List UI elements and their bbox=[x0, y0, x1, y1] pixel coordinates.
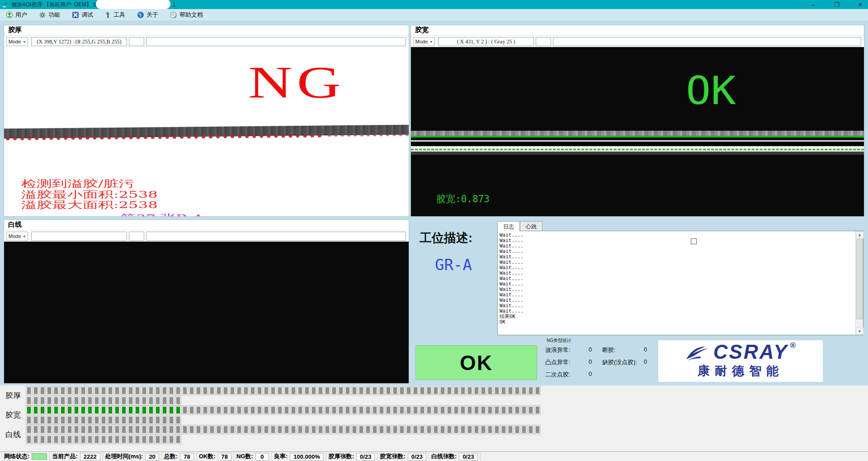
indicator-cell bbox=[481, 406, 486, 414]
overall-result-button[interactable]: OK bbox=[415, 345, 537, 380]
indicator-strip bbox=[26, 386, 542, 395]
indicator-cell bbox=[80, 416, 86, 424]
indicator-cell bbox=[318, 406, 323, 414]
indicator-strip bbox=[26, 435, 542, 444]
status-item-label: 良率: bbox=[274, 452, 288, 461]
glue-thickness-image[interactable]: NG 检测到溢胶/脏污 溢胶最小面积:2538 溢胶最大面积:2538 第37 … bbox=[4, 47, 409, 216]
status-item-label: 白线张数: bbox=[431, 452, 457, 461]
indicator-cell bbox=[101, 425, 106, 434]
indicator-cell bbox=[169, 435, 174, 444]
indicator-cell bbox=[379, 406, 384, 414]
indicator-cell bbox=[162, 435, 167, 444]
indicator-cell bbox=[494, 425, 500, 434]
indicator-cell bbox=[433, 425, 439, 434]
log-lines[interactable]: Wait....Wait....Wait....Wait....Wait....… bbox=[497, 231, 863, 335]
toolbar-box-small[interactable] bbox=[536, 37, 551, 46]
debug-icon bbox=[72, 11, 79, 19]
glue-width-image[interactable]: OK 胶宽:0.873 bbox=[411, 47, 864, 216]
scroll-down-icon[interactable]: ▼ bbox=[856, 328, 863, 335]
indicator-cell bbox=[53, 416, 59, 424]
indicator-cell bbox=[121, 435, 127, 444]
indicator-cell bbox=[426, 406, 432, 414]
toolbar-box-wide[interactable] bbox=[146, 37, 406, 46]
indicator-cell-green bbox=[155, 406, 160, 414]
indicator-cell bbox=[94, 386, 99, 395]
toolbar-box-small[interactable] bbox=[129, 37, 144, 46]
indicator-cell bbox=[487, 386, 493, 395]
mode-dropdown[interactable]: Mode▼ bbox=[6, 37, 28, 46]
indicator-cell bbox=[494, 386, 500, 395]
logo-swoosh-icon bbox=[685, 346, 712, 362]
indicator-group: 白线 bbox=[0, 425, 868, 444]
glue-width-toolbar: Mode▼ ( X 431, Y 2 ) : ( Gray 25 ) bbox=[411, 36, 864, 47]
log-line: Wait.... bbox=[500, 303, 862, 309]
indicator-cell bbox=[60, 435, 66, 444]
panel-title: 胶厚 bbox=[8, 26, 22, 34]
indicator-cell bbox=[162, 416, 167, 424]
status-item-label: 处理时间(ms): bbox=[105, 452, 143, 461]
panel-glue-thickness: 胶厚 Mode▼ (X 398,Y 1272) : (R 255,G 255,B… bbox=[4, 25, 409, 217]
indicator-cell bbox=[196, 386, 201, 395]
indicator-cell bbox=[108, 386, 113, 395]
log-checkbox[interactable] bbox=[691, 238, 697, 244]
indicator-cell bbox=[440, 425, 445, 434]
chevron-down-icon: ▼ bbox=[23, 235, 26, 238]
toolbar-box-small[interactable] bbox=[129, 232, 144, 241]
window-title-suffix: 1 bbox=[173, 1, 176, 8]
minimize-button[interactable]: – bbox=[809, 1, 817, 8]
indicator-cell bbox=[243, 425, 249, 434]
mode-dropdown[interactable]: Mode▼ bbox=[413, 37, 435, 46]
mode-dropdown[interactable]: Mode▼ bbox=[6, 232, 28, 241]
indicator-cell bbox=[196, 406, 201, 414]
ng-stat-label: 凸点异常: bbox=[545, 358, 589, 366]
ng-stat-label: 缺胶(没点胶): bbox=[602, 358, 644, 366]
tab-log[interactable]: 日志 bbox=[497, 221, 520, 231]
indicator-cell bbox=[108, 425, 113, 434]
menu-item-about[interactable]: i 关于 bbox=[131, 9, 164, 21]
indicator-cell bbox=[359, 386, 364, 395]
indicator-cell bbox=[325, 386, 330, 395]
indicator-cell-green bbox=[87, 406, 93, 414]
menu-item-user[interactable]: 用户 bbox=[0, 9, 33, 21]
indicator-cell bbox=[386, 406, 391, 414]
ng-stat-value: 0 bbox=[644, 346, 656, 354]
indicator-cell bbox=[135, 435, 140, 444]
status-item-value: 78 bbox=[218, 453, 231, 461]
log-scrollbar[interactable]: ▲ ▼ bbox=[855, 231, 863, 335]
indicator-cell bbox=[331, 386, 337, 395]
indicator-cell bbox=[148, 435, 154, 444]
indicator-cell bbox=[338, 406, 344, 414]
close-button[interactable]: ✕ bbox=[856, 1, 864, 8]
log-line: Wait.... bbox=[500, 271, 862, 276]
pixel-coords-readout: ( X 431, Y 2 ) : ( Gray 25 ) bbox=[438, 37, 534, 46]
menu-item-help[interactable]: 帮助文档 bbox=[164, 9, 209, 21]
indicator-cell bbox=[101, 435, 106, 444]
menu-item-function[interactable]: 功能 bbox=[33, 9, 66, 21]
restore-button[interactable]: ❐ bbox=[833, 1, 841, 8]
indicator-cell bbox=[40, 396, 45, 405]
scrollbar-thumb[interactable] bbox=[856, 239, 863, 319]
indicator-cell bbox=[142, 416, 147, 424]
indicator-cell bbox=[53, 386, 59, 395]
scroll-up-icon[interactable]: ▲ bbox=[856, 231, 863, 238]
indicator-cell bbox=[175, 386, 181, 395]
tab-heartbeat[interactable]: 心跳 bbox=[520, 221, 542, 231]
status-item-value: 0 bbox=[255, 453, 269, 461]
indicator-cell bbox=[169, 396, 174, 405]
indicator-cell-green bbox=[40, 406, 45, 414]
menu-item-debug[interactable]: 调试 bbox=[66, 9, 99, 21]
indicator-cell bbox=[148, 396, 154, 405]
indicator-cell bbox=[216, 386, 222, 395]
indicator-cell bbox=[474, 386, 479, 395]
indicator-cell bbox=[535, 406, 540, 414]
white-line-image[interactable] bbox=[4, 242, 409, 383]
menu-item-tools[interactable]: 工具 bbox=[99, 9, 131, 21]
indicator-cell bbox=[155, 435, 160, 444]
toolbar-box-wide[interactable] bbox=[553, 37, 861, 46]
indicator-cell bbox=[264, 425, 269, 434]
toolbar-box-wide[interactable] bbox=[146, 232, 406, 241]
indicator-cell bbox=[345, 386, 350, 395]
indicator-cell bbox=[94, 416, 99, 424]
app-logo-icon bbox=[2, 1, 9, 8]
indicator-cell bbox=[33, 416, 38, 424]
